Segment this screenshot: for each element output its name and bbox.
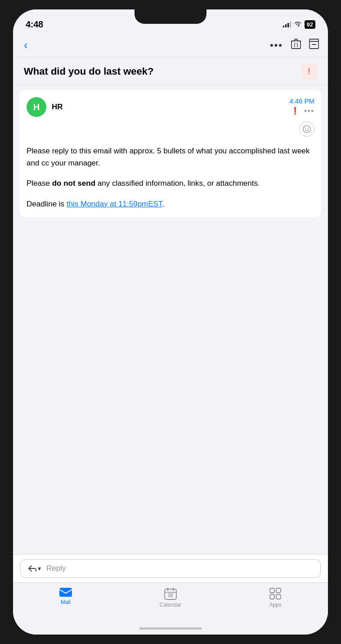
email-subject: What did you do last week? xyxy=(24,66,301,77)
message-flag-icon[interactable]: ❗ xyxy=(291,107,300,115)
tab-apps[interactable]: Apps xyxy=(260,587,291,608)
reply-bar: ▾ Reply xyxy=(13,554,328,582)
message-more-button[interactable]: ••• xyxy=(304,107,314,115)
reply-container[interactable]: ▾ Reply xyxy=(20,559,321,578)
home-indicator xyxy=(13,622,328,635)
notch xyxy=(135,9,206,24)
flag-icon: ! xyxy=(308,67,310,76)
message-meta: 4:46 PM ❗ ••• xyxy=(289,97,314,115)
svg-rect-8 xyxy=(310,41,319,49)
body-p3-after: . xyxy=(162,200,164,208)
more-button[interactable]: ••• xyxy=(270,40,283,51)
body-paragraph-1: Please reply to this email with approx. … xyxy=(27,145,314,169)
home-bar xyxy=(139,627,202,630)
svg-point-10 xyxy=(303,125,310,133)
status-icons: 92 xyxy=(283,20,315,29)
wifi-icon xyxy=(294,21,302,28)
email-body: H HR 4:46 PM ❗ ••• xyxy=(13,85,328,554)
svg-point-12 xyxy=(308,128,309,129)
sender-info: H HR xyxy=(27,97,63,117)
svg-rect-13 xyxy=(59,588,72,597)
tab-mail-label: Mail xyxy=(61,599,71,605)
deadline-link[interactable]: this Monday at 11:59pmEST xyxy=(67,200,162,208)
body-paragraph-3: Deadline is this Monday at 11:59pmEST. xyxy=(27,198,314,210)
archive-button[interactable] xyxy=(309,39,319,52)
trash-button[interactable] xyxy=(291,39,301,52)
reply-arrows: ▾ xyxy=(28,565,41,572)
flag-button[interactable]: ! xyxy=(301,63,317,80)
svg-rect-21 xyxy=(270,595,274,599)
tab-calendar[interactable]: 22 Calendar xyxy=(155,587,186,608)
message-actions: ❗ ••• xyxy=(291,107,314,115)
back-button[interactable]: ‹ xyxy=(22,36,30,54)
svg-rect-20 xyxy=(276,588,281,593)
subject-bar: What did you do last week? ! xyxy=(13,57,328,85)
svg-text:22: 22 xyxy=(168,593,173,598)
emoji-reaction-button[interactable] xyxy=(299,121,314,137)
svg-rect-0 xyxy=(292,41,301,49)
body-p2-bold: do not send xyxy=(52,179,95,188)
battery-icon: 92 xyxy=(305,20,315,29)
tab-mail[interactable]: Mail xyxy=(50,587,81,605)
reply-label[interactable]: Reply xyxy=(46,564,66,573)
reply-chevron-icon: ▾ xyxy=(38,565,41,572)
message-time: 4:46 PM xyxy=(289,97,314,105)
body-p2-before: Please xyxy=(27,179,52,188)
nav-bar: ‹ ••• xyxy=(13,34,328,57)
message-content: Please reply to this email with approx. … xyxy=(27,143,314,210)
calendar-icon: 22 xyxy=(164,587,177,600)
mail-icon xyxy=(59,587,72,597)
body-paragraph-2: Please do not send any classified inform… xyxy=(27,177,314,189)
tab-calendar-label: Calendar xyxy=(160,602,182,608)
tab-apps-label: Apps xyxy=(269,602,282,608)
sender-name: HR xyxy=(52,103,63,112)
svg-rect-19 xyxy=(270,588,274,593)
email-message: H HR 4:46 PM ❗ ••• xyxy=(19,90,322,217)
body-p2-after: any classified information, links, or at… xyxy=(95,179,260,188)
body-p3-before: Deadline is xyxy=(27,200,67,208)
svg-point-11 xyxy=(305,128,306,129)
signal-icon xyxy=(283,21,291,27)
svg-rect-22 xyxy=(276,595,281,599)
status-time: 4:48 xyxy=(26,19,43,30)
message-header: H HR 4:46 PM ❗ ••• xyxy=(27,97,314,117)
tab-bar: Mail 22 Calendar Apps xyxy=(13,582,328,622)
avatar: H xyxy=(27,97,46,117)
apps-icon xyxy=(269,587,282,600)
